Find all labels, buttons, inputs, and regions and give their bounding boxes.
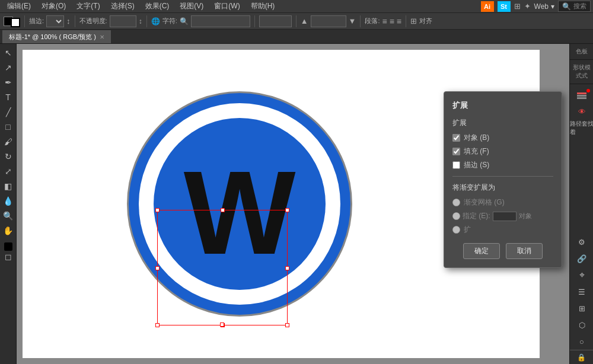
menu-help[interactable]: 帮助(H) xyxy=(246,0,280,12)
menubar: 编辑(E) 对象(O) 文字(T) 选择(S) 效果(C) 视图(V) 窗口(W… xyxy=(0,0,593,13)
layer-icon[interactable] xyxy=(570,87,593,103)
eyedropper-tool[interactable]: 💧 xyxy=(2,194,15,207)
ai-logo: Ai xyxy=(481,1,494,12)
specify-radio[interactable] xyxy=(452,212,460,220)
menu-object[interactable]: 对象(O) xyxy=(37,0,71,12)
stroke-color[interactable]: ◻ xyxy=(2,250,15,263)
shape-mode-section: 形状模式式 xyxy=(570,60,593,84)
extra-label[interactable]: 扩 xyxy=(464,225,471,235)
canvas-area: W 扩展 扩展 xyxy=(17,44,569,364)
align-left-icon[interactable]: ≡ xyxy=(382,17,387,26)
eye-icon[interactable]: 👁 xyxy=(570,103,593,120)
menu-select[interactable]: 选择(S) xyxy=(106,0,139,12)
stroke-checkbox[interactable] xyxy=(452,161,460,169)
stroke-checkbox-row: 描边 (S) xyxy=(452,160,553,170)
opacity-arrows[interactable]: ↕ xyxy=(139,17,142,25)
star-icon: ✦ xyxy=(524,2,531,11)
active-tab[interactable]: 标题-1* @ 100% ( RGB/预览 ) ✕ xyxy=(2,30,111,43)
more-icon[interactable]: ⊞ xyxy=(410,17,417,25)
menu-text[interactable]: 文字(T) xyxy=(72,0,104,12)
stroke-label[interactable]: 描边 (S) xyxy=(464,160,489,170)
sign-letter: W xyxy=(184,154,296,272)
transform-icon[interactable]: ⌖ xyxy=(570,267,593,283)
menu-view[interactable]: 视图(V) xyxy=(175,0,208,12)
extra-radio[interactable] xyxy=(452,226,460,234)
path-label: 路径套找着 xyxy=(570,120,593,136)
separator2 xyxy=(75,15,75,27)
rotate-tool[interactable]: ↻ xyxy=(2,150,15,163)
fill-color[interactable] xyxy=(4,242,12,251)
separator xyxy=(24,15,25,27)
web-section: Web ▾ xyxy=(534,2,554,11)
specify-input[interactable]: 255 xyxy=(493,212,517,221)
grid-icon: ⊞ xyxy=(514,2,521,11)
web-label: Web xyxy=(534,2,549,11)
sign-container: W xyxy=(127,91,352,317)
opacity-input[interactable]: 100% xyxy=(110,15,136,27)
handle-br[interactable] xyxy=(285,323,289,327)
zoom-tool[interactable]: 🔍 xyxy=(2,209,15,222)
fill-checkbox-row: 填充 (F) xyxy=(452,146,553,157)
line-tool[interactable]: ╱ xyxy=(2,106,15,119)
gradient-tool[interactable]: ◧ xyxy=(2,180,15,193)
handle-bl[interactable] xyxy=(155,323,160,327)
confirm-button[interactable]: 确定 xyxy=(463,243,500,259)
svg-rect-0 xyxy=(577,92,586,94)
fill-label[interactable]: 填充 (F) xyxy=(464,146,489,157)
specify-row: 指定 (E): 255 对象 xyxy=(452,211,553,221)
font-style-input[interactable]: Bold xyxy=(259,15,292,27)
search-box[interactable]: 🔍 搜索 xyxy=(558,1,591,12)
menu-window[interactable]: 窗口(W) xyxy=(209,0,244,12)
size-up-icon[interactable]: ▲ xyxy=(301,17,308,25)
color-panel-section: 色板 xyxy=(570,44,593,60)
align-right-icon[interactable]: ≡ xyxy=(397,17,401,26)
menu-effect[interactable]: 效果(C) xyxy=(141,0,174,12)
hex-icon[interactable]: ⬡ xyxy=(570,317,593,333)
specify-suffix: 对象 xyxy=(519,212,532,221)
dialog-divider xyxy=(452,176,553,177)
size-down-icon[interactable]: ▼ xyxy=(349,17,356,25)
obj-checkbox[interactable] xyxy=(452,134,460,142)
search-font-icon[interactable]: 🔍 xyxy=(180,17,189,25)
gradient-net-radio[interactable] xyxy=(452,199,460,206)
hamburger-icon[interactable]: ☰ xyxy=(570,283,593,300)
rect-tool[interactable]: □ xyxy=(2,120,15,133)
fill-checkbox[interactable] xyxy=(452,148,460,155)
align-center-icon[interactable]: ≡ xyxy=(390,17,394,26)
dialog-title: 扩展 xyxy=(452,100,553,111)
circle-icon[interactable]: ○ xyxy=(570,333,593,350)
stroke-arrows[interactable]: ↕ xyxy=(66,17,71,25)
type-tool[interactable]: T xyxy=(2,91,15,104)
direct-select-tool[interactable]: ↗ xyxy=(2,61,15,74)
handle-bm[interactable] xyxy=(221,323,225,327)
tab-label: 标题-1* @ 100% ( RGB/预览 ) xyxy=(9,33,96,41)
chevron-down-icon[interactable]: ▾ xyxy=(551,2,554,11)
link-icon[interactable]: 🔗 xyxy=(570,250,593,267)
hand-tool[interactable]: ✋ xyxy=(2,224,15,237)
gradient-net-label[interactable]: 渐变网格 (G) xyxy=(464,197,505,207)
menu-edit[interactable]: 编辑(E) xyxy=(2,0,36,12)
tab-close-btn[interactable]: ✕ xyxy=(100,34,104,40)
paintbrush-tool[interactable]: 🖌 xyxy=(2,135,15,148)
sign-inner-circle: W xyxy=(154,118,326,290)
color-panel-label: 色板 xyxy=(570,46,593,57)
path-icon: 路径套找着 xyxy=(570,120,593,136)
search-placeholder: 搜索 xyxy=(573,2,586,11)
select-tool[interactable]: ↖ xyxy=(2,46,15,59)
obj-label[interactable]: 对象 (B) xyxy=(464,133,489,143)
stroke-select[interactable]: — xyxy=(46,15,64,27)
left-tools-panel: ↖ ↗ ✒ T ╱ □ 🖌 ↻ ⤢ ◧ 💧 🔍 ✋ ◻ xyxy=(0,44,17,364)
lock-icon[interactable]: 🔒 xyxy=(570,350,593,364)
opacity-label: 不透明度: xyxy=(79,17,107,25)
specify-label[interactable]: 指定 (E): xyxy=(463,211,490,221)
grid2-icon[interactable]: ⊞ xyxy=(570,300,593,317)
pen-tool[interactable]: ✒ xyxy=(2,76,15,89)
stroke-swatch[interactable] xyxy=(11,18,20,27)
cancel-button[interactable]: 取消 xyxy=(506,243,543,259)
font-size-input[interactable]: 230.77 xyxy=(311,15,346,27)
right-side-panel: 色板 形状模式式 👁 路径套找着 ⚙ 🔗 ⌖ ☰ ⊞ ⬡ ○ 🔒 xyxy=(569,44,593,364)
font-input[interactable]: Arial xyxy=(191,15,250,27)
scale-tool[interactable]: ⤢ xyxy=(2,165,15,178)
expand-dialog: 扩展 扩展 对象 (B) 填充 (F) 描边 (S) 将渐变扩展为 渐变网格 (… xyxy=(444,91,562,268)
settings-gear-icon[interactable]: ⚙ xyxy=(570,234,593,250)
